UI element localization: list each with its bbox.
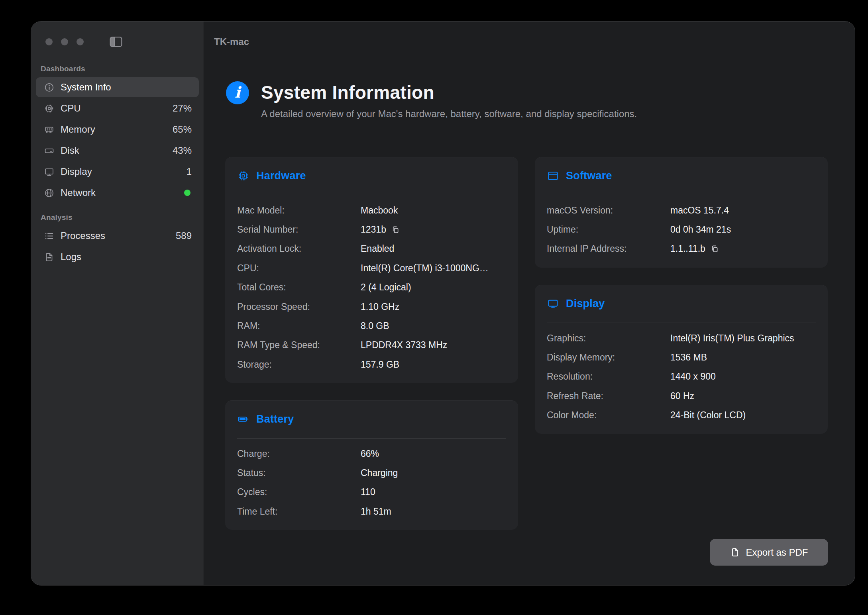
row-value: 0d 0h 34m 21s: [670, 224, 731, 235]
page-title: System Information: [261, 81, 637, 104]
row-label: macOS Version:: [547, 205, 670, 216]
sidebar-section-dashboards: Dashboards System Info: [31, 65, 204, 203]
mac-window-icon: [547, 170, 559, 182]
sidebar-toggle-icon[interactable]: [109, 36, 123, 47]
zoom-button[interactable]: [77, 38, 84, 45]
row-label: Internal IP Address:: [547, 243, 670, 254]
row-value: 8.0 GB: [361, 321, 389, 331]
row-label: RAM Type & Speed:: [237, 340, 361, 351]
row-label: Total Cores:: [237, 282, 361, 293]
window-titlebar: TK-mac: [204, 22, 855, 62]
info-row: macOS Version: macOS 15.7.4: [547, 201, 816, 220]
export-pdf-label: Export as PDF: [746, 547, 808, 558]
card-title: Hardware: [256, 170, 306, 182]
row-label: CPU:: [237, 263, 361, 274]
sidebar-titlebar: [31, 22, 204, 62]
sidebar-item-label: CPU: [61, 103, 81, 114]
card-title: Battery: [256, 413, 294, 425]
sidebar-item-processes[interactable]: Processes 589: [36, 226, 199, 246]
copy-icon[interactable]: [391, 225, 400, 234]
info-row: RAM: 8.0 GB: [237, 316, 506, 335]
sidebar-item-label: Memory: [61, 124, 95, 135]
row-label: Serial Number:: [237, 224, 361, 235]
hardware-card-header: Hardware: [225, 157, 518, 195]
export-pdf-button[interactable]: Export as PDF: [710, 539, 828, 566]
cpu-chip-icon: [44, 103, 55, 114]
row-value: 66%: [361, 449, 379, 459]
row-value: 1.10 GHz: [361, 302, 399, 312]
page-subtitle: A detailed overview of your Mac's hardwa…: [261, 108, 637, 119]
info-row: Storage: 157.9 GB: [237, 355, 506, 374]
row-label: Refresh Rate:: [547, 391, 670, 402]
info-row: Graphics: Intel(R) Iris(TM) Plus Graphic…: [547, 329, 816, 348]
display-icon: [44, 166, 55, 177]
sidebar-item-cpu[interactable]: CPU 27%: [36, 98, 199, 118]
info-row: Refresh Rate: 60 Hz: [547, 386, 816, 405]
row-value: 1536 MB: [670, 352, 707, 363]
info-row: Mac Model: Macbook: [237, 201, 506, 220]
sidebar-item-system-info[interactable]: System Info: [36, 77, 199, 97]
memory-chip-icon: [44, 124, 55, 135]
sidebar-item-logs[interactable]: Logs: [36, 247, 199, 267]
row-value: 1h 51m: [361, 506, 391, 517]
info-circle-icon: [44, 82, 55, 93]
section-title-dashboards: Dashboards: [31, 65, 204, 73]
row-label: Uptime:: [547, 224, 670, 235]
row-value: 60 Hz: [670, 391, 694, 402]
row-value: Enabled: [361, 243, 394, 254]
info-row: Serial Number: 1231b: [237, 220, 506, 239]
row-label: Color Mode:: [547, 410, 670, 421]
window-title: TK-mac: [214, 36, 249, 47]
sidebar-item-label: Network: [61, 187, 96, 198]
globe-icon: [44, 188, 55, 198]
document-icon: [730, 547, 740, 558]
sidebar-item-label: Processes: [61, 230, 105, 241]
sidebar-item-value: 43%: [173, 145, 192, 156]
row-value: 2 (4 Logical): [361, 282, 411, 293]
row-value: 24-Bit (Color LCD): [670, 410, 746, 421]
battery-rows: Charge: 66% Status: Charging Cycles: 110…: [225, 439, 518, 521]
row-value: Charging: [361, 468, 398, 478]
sidebar-item-disk[interactable]: Disk 43%: [36, 141, 199, 161]
sidebar-item-value: 27%: [173, 103, 192, 114]
info-row: Resolution: 1440 x 900: [547, 367, 816, 386]
copy-icon[interactable]: [710, 244, 719, 253]
sidebar-item-label: Display: [61, 166, 92, 177]
hardware-rows: Mac Model: Macbook Serial Number: 1231b …: [225, 195, 518, 374]
document-text-icon: [44, 252, 55, 262]
internal-drive-icon: [44, 145, 55, 156]
card-title: Software: [566, 170, 612, 182]
display-card: Display Graphics: Intel(R) Iris(TM) Plus…: [535, 285, 828, 434]
row-value: Macbook: [361, 205, 398, 216]
info-row: Status: Charging: [237, 463, 506, 482]
minimize-button[interactable]: [61, 38, 68, 45]
app-window: Dashboards System Info: [31, 21, 855, 586]
row-value: Intel(R) Core(TM) i3-1000NG…: [361, 263, 489, 274]
row-value: LPDDR4X 3733 MHz: [361, 340, 447, 351]
row-value: 1440 x 900: [670, 371, 716, 382]
sidebar-item-network[interactable]: Network: [36, 183, 199, 203]
info-row: Uptime: 0d 0h 34m 21s: [547, 220, 816, 239]
row-label: Graphics:: [547, 333, 670, 344]
row-label: Storage:: [237, 359, 361, 370]
row-label: Display Memory:: [547, 352, 670, 363]
close-button[interactable]: [45, 38, 53, 45]
sidebar-item-label: Disk: [61, 145, 79, 156]
sidebar-item-memory[interactable]: Memory 65%: [36, 119, 199, 139]
display-card-header: Display: [535, 285, 828, 323]
row-label: Charge:: [237, 449, 361, 459]
software-rows: macOS Version: macOS 15.7.4 Uptime: 0d 0…: [535, 195, 828, 259]
info-row: Display Memory: 1536 MB: [547, 348, 816, 367]
battery-icon: [237, 413, 249, 425]
info-row: Processor Speed: 1.10 GHz: [237, 297, 506, 316]
row-label: Status:: [237, 468, 361, 478]
sidebar-item-label: Logs: [61, 251, 81, 262]
main-content: TK-mac i System Information A detailed o…: [204, 22, 855, 585]
cpu-chip-icon: [237, 170, 249, 182]
sidebar-item-display[interactable]: Display 1: [36, 162, 199, 182]
info-row: Cycles: 110: [237, 483, 506, 502]
software-card-header: Software: [535, 157, 828, 195]
info-row: Charge: 66%: [237, 444, 506, 463]
info-row: Total Cores: 2 (4 Logical): [237, 278, 506, 297]
page-header: i System Information A detailed overview…: [226, 81, 637, 119]
